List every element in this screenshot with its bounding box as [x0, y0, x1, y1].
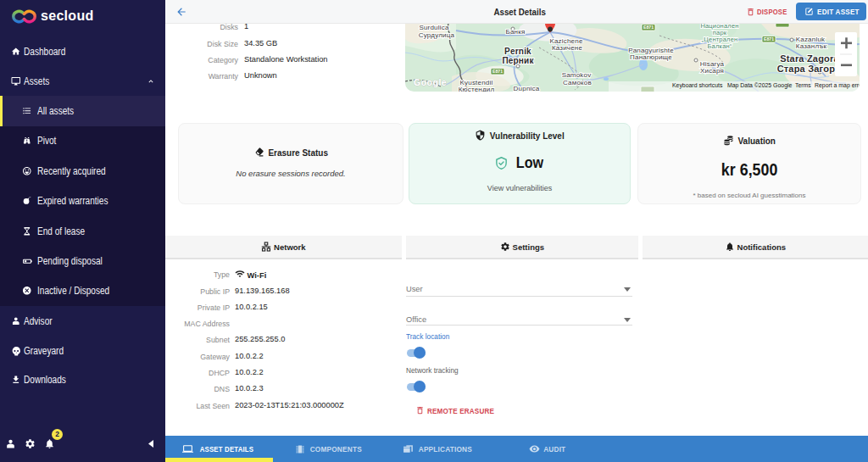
svg-text:Панагюрище: Панагюрище	[630, 53, 672, 61]
svg-text:Dupnica: Dupnica	[514, 85, 540, 92]
svg-text:Кюстендил: Кюстендил	[459, 86, 495, 92]
svg-text:Балкан“: Балкан“	[707, 42, 732, 50]
svg-text:Terms: Terms	[795, 82, 811, 88]
svg-text:Перник: Перник	[502, 56, 534, 65]
svg-text:Map Data ©2025 Google: Map Data ©2025 Google	[727, 82, 792, 89]
svg-text:Сурдулица: Сурдулица	[419, 31, 455, 39]
svg-text:Хисаря: Хисаря	[700, 67, 724, 75]
svg-text:Стара Загора: Стара Загора	[777, 64, 841, 74]
svg-text:Самоков: Самоков	[563, 79, 592, 86]
svg-text:E871: E871	[764, 36, 774, 42]
svg-text:E871: E871	[492, 69, 503, 74]
svg-text:E871: E871	[643, 25, 654, 30]
svg-text:Stara Zagora: Stara Zagora	[780, 53, 839, 64]
svg-text:Pernik: Pernik	[504, 47, 531, 56]
svg-text:Казичене: Казичене	[552, 44, 583, 52]
svg-text:Keyboard shortcuts: Keyboard shortcuts	[672, 82, 723, 89]
svg-text:Банкя: Банкя	[506, 28, 526, 36]
svg-text:Google: Google	[414, 77, 447, 87]
svg-text:Казанлък: Казанлък	[796, 42, 827, 50]
svg-text:Report a map error: Report a map error	[815, 82, 860, 89]
